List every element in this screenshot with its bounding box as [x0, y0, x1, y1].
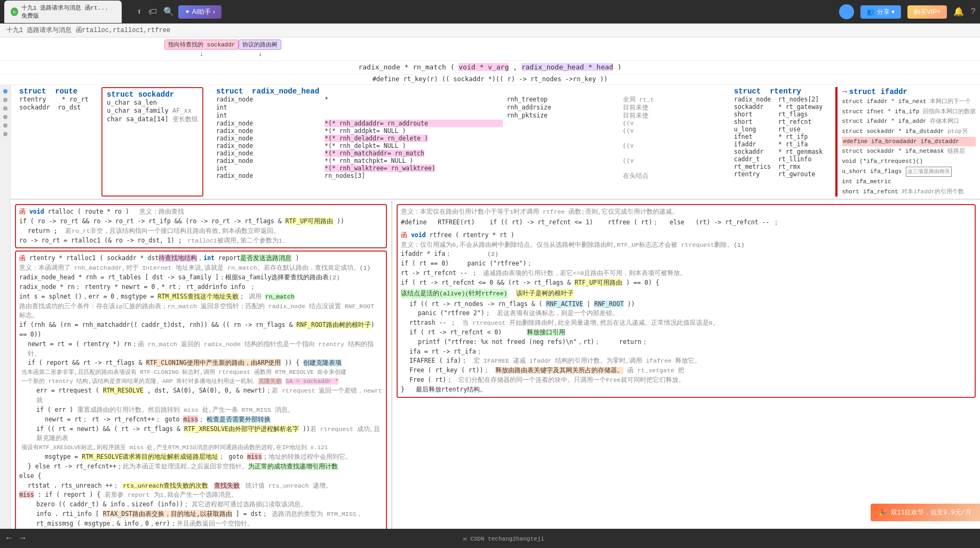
vip-button[interactable]: 购买VIP+ [907, 5, 947, 19]
tree-label: 协议的路由树 [239, 40, 281, 50]
struct-sockaddr-title: struct sockaddr [107, 90, 198, 99]
send-icon: ✉ [463, 536, 467, 542]
promo-text: 双11狂欢节，低至9.9元/月 [891, 509, 971, 516]
rtfree-meaning: 意义：本宏仅在路由引用计数小于等于1时才调用 rtfree 函数;否则,它仅完成… [401, 207, 971, 217]
sockaddr-label: 指向待查找的 sockaddr [164, 40, 239, 50]
tree-annotation: 协议的路由树 ↓ [239, 40, 281, 58]
sidebar-dot-4 [3, 115, 7, 119]
sidebar-dot-6 [3, 132, 7, 136]
define-line: #define rt_key(r) (( sockaddr *)(( r) ->… [0, 74, 980, 85]
promo-icon: 🎉 [879, 509, 887, 516]
tab-refresh-icon: ↻ [11, 7, 18, 16]
avatar-icon [839, 4, 854, 19]
ai-icon: ✦ [185, 8, 190, 15]
rtalloc-func-section: 函 void rtalloc ( route * ro ) 意义：路由查找 if… [15, 204, 387, 248]
sidebar-dot-1 [3, 89, 7, 93]
struct-route-title: struct route [19, 87, 77, 96]
share-button[interactable]: 👥 分享 ▾ [860, 5, 901, 19]
topbar: ↻ 十九1 选路请求与消息 函rt... 免费版 ⬆ 🏷 🔍 ✦ AI助手 › … [0, 0, 980, 24]
forward-button[interactable]: → [20, 534, 26, 543]
tag-icon[interactable]: 🏷 [148, 7, 157, 17]
struct-ifaddr-title: struct ifaddr [849, 88, 907, 96]
right-code-panel: 意义：本宏仅在路由引用计数小于等于1时才调用 rtfree 函数;否则,它仅完成… [392, 200, 980, 529]
content-body: struct route rtentry * ro_rt sockaddr ro… [11, 85, 980, 529]
back-button[interactable]: ← [6, 534, 12, 543]
struct-rtentry-title: struct rtentry [734, 87, 823, 96]
upload-icon[interactable]: ⬆ [137, 6, 142, 17]
red-arrow: → [842, 87, 847, 97]
struct-route-box: struct route rtentry * ro_rt sockaddr ro… [19, 87, 89, 197]
username: techang2hangteji [488, 536, 544, 542]
tab-subtitle: 十九1 选路请求与消息 函rtalloc,rtalloc1,rtfree [6, 26, 170, 35]
bottom-code-panels: 函 void rtalloc ( route * ro ) 意义：路由查找 if… [11, 200, 980, 529]
bottom-bar: ← → ✉ CSDN techang2hangteji [0, 529, 980, 548]
struct-radix-title: struct radix_node_head [216, 87, 721, 96]
share-icon: 👥 [867, 8, 875, 15]
struct-radix-node-head-box: struct radix_node_head radix_node*rnh_tr… [216, 87, 721, 197]
sidebar-dot-5 [3, 123, 7, 128]
brand-name: CSDN [470, 536, 484, 542]
struct-rtentry-box: struct rtentry radix_node rt_nodes[2] so… [734, 87, 823, 197]
bottom-center: ✉ CSDN techang2hangteji [463, 535, 544, 542]
promo-badge[interactable]: 🎉 双11狂欢节，低至9.9元/月 [871, 504, 980, 521]
page-wrapper: ↻ 十九1 选路请求与消息 函rt... 免费版 ⬆ 🏷 🔍 ✦ AI助手 › … [0, 0, 980, 548]
tab-nav: 十九1 选路请求与消息 函rtalloc,rtalloc1,rtfree [0, 24, 980, 37]
tab-title: 十九1 选路请求与消息 函rt... 免费版 [21, 4, 115, 20]
struct-sockaddr-box: struct sockaddr u_char sa_len u_char sa_… [101, 87, 203, 197]
topbar-icons: ⬆ 🏷 🔍 [137, 6, 174, 17]
bell-icon[interactable]: 🔔 [953, 6, 964, 17]
left-sidebar [0, 85, 11, 529]
ai-assistant-button[interactable]: ✦ AI助手 › [178, 5, 222, 19]
struct-ifaddr-box: → struct ifaddr struct ifaddr * ifa_next… [835, 87, 976, 197]
help-icon[interactable]: ? [970, 7, 976, 17]
topbar-right: 👥 分享 ▾ 购买VIP+ 🔔 ? [839, 4, 976, 19]
func-signature-line: radix_node * rn_match ( void * v_arg , r… [0, 61, 980, 74]
sidebar-dot-2 [3, 98, 7, 102]
rtfree-section: 意义：本宏仅在路由引用计数小于等于1时才调用 rtfree 函数;否则,它仅完成… [397, 204, 976, 397]
main-content-area: struct route rtentry * ro_rt sockaddr ro… [0, 85, 980, 529]
sockaddr-annotation: 指向待查找的 sockaddr ↓ [164, 40, 239, 58]
struct-definitions-row: struct route rtentry * ro_rt sockaddr ro… [11, 85, 980, 200]
sidebar-dot-3 [3, 106, 7, 111]
top-annotation-row: 指向待查找的 sockaddr ↓ 协议的路由树 ↓ [0, 37, 980, 61]
left-code-panel: 函 void rtalloc ( route * ro ) 意义：路由查找 if… [11, 200, 392, 529]
search-icon[interactable]: 🔍 [163, 6, 174, 17]
active-tab[interactable]: ↻ 十九1 选路请求与消息 函rt... 免费版 [4, 1, 122, 23]
rtalloc1-func-section: 函 rtentry * rtalloc1 ( sockaddr * dst待查找… [15, 250, 387, 529]
func-sig-text: radix_node * rn_match ( void * v_arg , r… [358, 63, 621, 71]
